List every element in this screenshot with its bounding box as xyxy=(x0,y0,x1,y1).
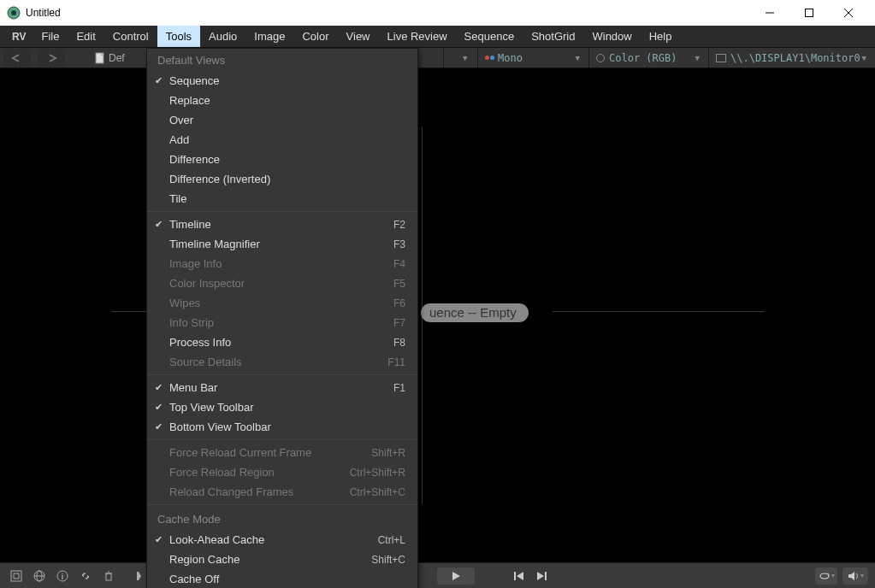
window-title: Untitled xyxy=(26,7,750,19)
chevron-down-icon: ▼ xyxy=(862,54,866,62)
svg-rect-7 xyxy=(11,571,21,581)
chevron-down-icon: ▾ xyxy=(831,572,835,579)
menu-item-bottom-view-toolbar[interactable]: ✔Bottom View Toolbar xyxy=(147,417,417,437)
menu-item-shortcut: Ctrl+Shift+C xyxy=(350,486,405,498)
menu-item-label: Process Info xyxy=(169,336,393,349)
menu-help[interactable]: Help xyxy=(641,26,681,47)
menu-item-label: Timeline Magnifier xyxy=(169,238,393,250)
menu-item-look-ahead-cache[interactable]: ✔Look-Ahead CacheCtrl+L xyxy=(147,530,417,550)
menu-item-tile[interactable]: Tile xyxy=(147,189,417,209)
menu-color[interactable]: Color xyxy=(293,26,337,47)
menu-item-label: Over xyxy=(169,114,405,126)
menu-item-source-details: Source DetailsF11 xyxy=(147,352,417,372)
step-back-button[interactable] xyxy=(511,569,528,583)
menu-item-sequence[interactable]: ✔Sequence xyxy=(147,71,417,91)
menu-edit[interactable]: Edit xyxy=(68,26,103,47)
menu-shotgrid[interactable]: ShotGrid xyxy=(523,26,583,47)
link-icon[interactable] xyxy=(76,567,95,585)
loop-button[interactable]: ▾ xyxy=(815,567,837,585)
trash-icon[interactable] xyxy=(99,567,118,585)
menu-tools[interactable]: Tools xyxy=(157,26,200,47)
monitor-dropdown[interactable]: \\.\DISPLAY1\Monitor0 ▼ xyxy=(708,48,875,68)
menu-item-wipes: WipesF6 xyxy=(147,293,417,313)
menu-item-label: Replace xyxy=(169,94,405,107)
empty-dropdown[interactable]: ▼ xyxy=(443,48,477,68)
color-mode-label: Color (RGB) xyxy=(609,52,677,64)
check-icon: ✔ xyxy=(147,421,169,432)
play-button[interactable] xyxy=(437,567,475,585)
menu-item-over[interactable]: Over xyxy=(147,110,417,130)
menu-live-review[interactable]: Live Review xyxy=(379,26,456,47)
menu-item-shortcut: F3 xyxy=(393,238,405,250)
menu-item-top-view-toolbar[interactable]: ✔Top View Toolbar xyxy=(147,397,417,417)
color-icon xyxy=(596,54,605,62)
menu-item-reload-changed-frames: Reload Changed FramesCtrl+Shift+C xyxy=(147,482,417,502)
menu-item-add[interactable]: Add xyxy=(147,130,417,150)
nav-forward-button[interactable] xyxy=(38,49,65,68)
menu-item-difference[interactable]: Difference xyxy=(147,150,417,169)
menu-view[interactable]: View xyxy=(338,26,379,47)
menu-image[interactable]: Image xyxy=(245,26,293,47)
menu-item-shortcut: F4 xyxy=(393,258,405,270)
chevron-down-icon: ▾ xyxy=(860,572,864,579)
menu-item-label: Sequence xyxy=(169,74,405,87)
crosshair-line xyxy=(553,311,764,312)
nav-back-button[interactable] xyxy=(3,49,31,68)
monitor-icon xyxy=(716,54,726,62)
menu-item-menu-bar[interactable]: ✔Menu BarF1 xyxy=(147,378,417,397)
menu-item-label: Look-Ahead Cache xyxy=(169,533,378,546)
menu-item-label: Force Reload Current Frame xyxy=(169,446,371,459)
viewport-center-label: uence -- Empty xyxy=(421,303,529,322)
window-maximize-button[interactable] xyxy=(789,0,829,26)
menu-window[interactable]: Window xyxy=(583,26,640,47)
chevron-down-icon: ▼ xyxy=(463,54,467,62)
menu-sequence[interactable]: Sequence xyxy=(456,26,523,47)
window-titlebar: Untitled xyxy=(0,0,875,26)
menu-item-shortcut: F11 xyxy=(387,356,405,368)
menu-item-shortcut: F1 xyxy=(393,382,405,394)
menu-item-label: Difference (Inverted) xyxy=(169,173,405,185)
window-minimize-button[interactable] xyxy=(750,0,789,26)
color-mode-dropdown[interactable]: Color (RGB) ▼ xyxy=(588,48,708,68)
menu-item-difference-inverted-[interactable]: Difference (Inverted) xyxy=(147,169,417,189)
top-toolbar: Def ▼ Mono ▼ Color (RGB) ▼ \\.\DISPLAY1\… xyxy=(0,48,875,68)
menu-item-timeline-magnifier[interactable]: Timeline MagnifierF3 xyxy=(147,234,417,254)
menu-item-label: Difference xyxy=(169,153,405,166)
svg-rect-13 xyxy=(106,573,111,580)
menu-file[interactable]: File xyxy=(33,26,68,47)
fullscreen-icon[interactable] xyxy=(7,567,26,585)
bottom-toolbar: i ▾ ▾ xyxy=(0,562,875,588)
menu-item-label: Tile xyxy=(169,192,405,205)
menu-item-process-info[interactable]: Process InfoF8 xyxy=(147,332,417,352)
window-close-button[interactable] xyxy=(829,0,868,26)
step-forward-button[interactable] xyxy=(533,569,550,583)
menu-item-shortcut: F8 xyxy=(393,337,405,349)
globe-icon[interactable] xyxy=(30,567,49,585)
menu-item-info-strip: Info StripF7 xyxy=(147,313,417,332)
menu-item-timeline[interactable]: ✔TimelineF2 xyxy=(147,215,417,234)
menubar: RV FileEditControlToolsAudioImageColorVi… xyxy=(0,26,875,48)
menu-item-region-cache[interactable]: Region CacheShift+C xyxy=(147,550,417,569)
menu-control[interactable]: Control xyxy=(104,26,157,47)
menu-item-label: Force Reload Region xyxy=(169,466,350,479)
tools-menu: Default Views✔SequenceReplaceOverAddDiff… xyxy=(146,48,418,588)
svg-text:i: i xyxy=(62,573,64,581)
volume-button[interactable]: ▾ xyxy=(842,567,868,585)
source-tab-label: Def xyxy=(109,52,125,64)
menu-item-label: Info Strip xyxy=(169,316,393,329)
menu-item-label: Menu Bar xyxy=(169,381,393,394)
chevron-down-icon: ▼ xyxy=(695,54,700,62)
info-icon[interactable]: i xyxy=(53,567,72,585)
source-tab[interactable]: Def xyxy=(89,52,130,64)
menu-item-label: Add xyxy=(169,133,405,146)
menu-item-force-reload-region: Force Reload RegionCtrl+Shift+R xyxy=(147,462,417,482)
menu-item-cache-off[interactable]: Cache Off xyxy=(147,569,417,588)
menu-item-label: Bottom View Toolbar xyxy=(169,420,405,433)
menu-item-replace[interactable]: Replace xyxy=(147,91,417,110)
stereo-mode-dropdown[interactable]: Mono ▼ xyxy=(477,48,588,68)
menu-separator xyxy=(147,439,417,440)
app-icon xyxy=(7,6,21,20)
viewport[interactable]: uence -- Empty xyxy=(0,68,875,562)
menu-audio[interactable]: Audio xyxy=(200,26,245,47)
svg-point-1 xyxy=(11,10,16,15)
